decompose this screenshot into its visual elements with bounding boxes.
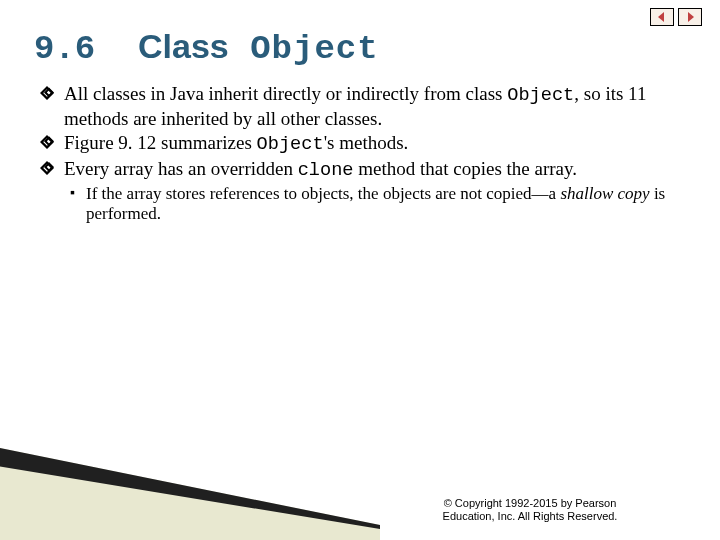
title-code: Object xyxy=(250,30,378,68)
list-item: All classes in Java inherit directly or … xyxy=(34,82,686,130)
bullet-icon xyxy=(40,86,54,100)
svg-marker-1 xyxy=(688,12,694,22)
bullet-text: Figure 9. 12 summarizes xyxy=(64,132,257,153)
arrow-left-icon xyxy=(656,11,668,23)
bullet-icon xyxy=(40,161,54,175)
list-item: Every array has an overridden clone meth… xyxy=(34,157,686,225)
code-text: Object xyxy=(257,133,324,155)
nav-buttons xyxy=(650,8,702,26)
code-text: clone xyxy=(298,159,354,181)
arrow-right-icon xyxy=(684,11,696,23)
slide-body: All classes in Java inherit directly or … xyxy=(34,82,686,225)
sub-list-item: If the array stores references to object… xyxy=(64,184,686,225)
sub-bullet-text: If the array stores references to object… xyxy=(86,184,560,203)
prev-button[interactable] xyxy=(650,8,674,26)
list-item: Figure 9. 12 summarizes Object's methods… xyxy=(34,131,686,156)
footer-line: Education, Inc. All Rights Reserved. xyxy=(380,510,680,524)
footer-line: © Copyright 1992-2015 by Pearson xyxy=(380,497,680,511)
svg-marker-0 xyxy=(658,12,664,22)
bullet-list: All classes in Java inherit directly or … xyxy=(34,82,686,225)
bullet-text: All classes in Java inherit directly or … xyxy=(64,83,507,104)
copyright-footer: © Copyright 1992-2015 by Pearson Educati… xyxy=(380,497,680,525)
slide: 9.6 Class Object All classes in Java inh… xyxy=(0,0,720,540)
title-number: 9.6 xyxy=(34,30,95,68)
sub-bullet-list: If the array stores references to object… xyxy=(64,184,686,225)
italic-text: shallow copy xyxy=(560,184,649,203)
bullet-text: method that copies the array. xyxy=(354,158,578,179)
decorative-wedge-icon xyxy=(0,430,380,540)
code-text: Object xyxy=(507,84,574,106)
bullet-text: Every array has an overridden xyxy=(64,158,298,179)
svg-marker-3 xyxy=(0,440,380,529)
svg-marker-2 xyxy=(0,440,380,540)
bullet-text: 's methods. xyxy=(324,132,409,153)
slide-title: 9.6 Class Object xyxy=(34,28,686,68)
title-word-class: Class xyxy=(138,27,229,65)
next-button[interactable] xyxy=(678,8,702,26)
bullet-icon xyxy=(40,135,54,149)
